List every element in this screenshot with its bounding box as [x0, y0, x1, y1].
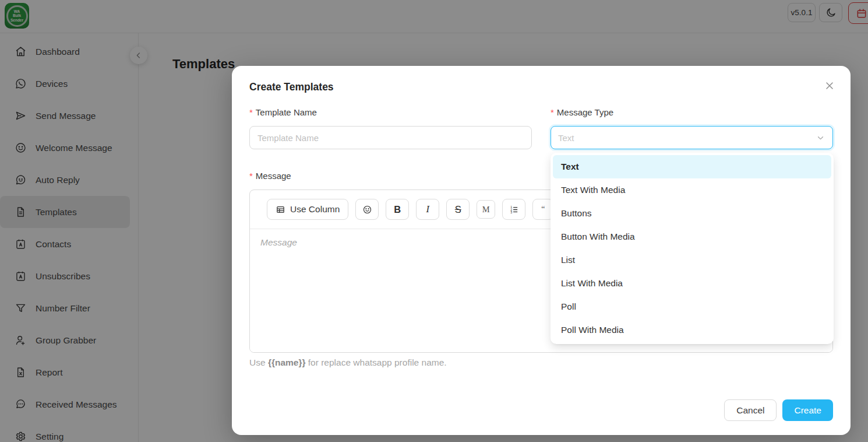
italic-button[interactable]: I [416, 199, 439, 220]
dropdown-option[interactable]: Buttons [553, 202, 831, 225]
bold-button[interactable]: B [386, 199, 409, 220]
dropdown-option-label: List [561, 255, 575, 265]
dropdown-option[interactable]: Poll [553, 295, 831, 318]
modal-close-button[interactable] [824, 80, 835, 92]
dropdown-option[interactable]: List [553, 248, 831, 272]
helper-token: {{name}} [268, 357, 306, 367]
template-name-field: * Template Name [249, 107, 532, 149]
message-type-field: * Message Type Text [551, 107, 833, 149]
select-placeholder: Text [558, 133, 574, 143]
strikethrough-button[interactable]: S [446, 199, 470, 220]
dropdown-option-label: Text With Media [561, 185, 625, 195]
monospace-button[interactable]: M [477, 200, 495, 219]
message-type-label: * Message Type [551, 107, 833, 118]
modal-form-row: * Template Name * Message Type Text [249, 107, 833, 149]
dropdown-option[interactable]: Text With Media [553, 178, 831, 202]
template-name-input[interactable] [249, 126, 532, 149]
modal-title: Create Templates [249, 81, 334, 93]
dropdown-option[interactable]: Poll With Media [553, 318, 831, 342]
helper-text: Use {{name}} for replace whatsapp profil… [249, 357, 447, 368]
create-button[interactable]: Create [782, 399, 833, 421]
dropdown-option-label: Poll [561, 301, 576, 312]
message-type-select[interactable]: Text [551, 126, 833, 149]
required-asterisk: * [249, 170, 253, 182]
dropdown-option[interactable]: Button With Media [553, 225, 831, 248]
dropdown-option[interactable]: Text [553, 155, 831, 178]
ordered-list-icon: 123 [509, 205, 519, 215]
dropdown-option-label: Button With Media [561, 231, 635, 242]
table-icon [276, 205, 285, 215]
svg-text:3: 3 [510, 210, 512, 213]
dropdown-option-label: List With Media [561, 278, 623, 289]
emoji-button[interactable] [355, 199, 379, 220]
template-name-label: * Template Name [249, 107, 532, 118]
emoji-icon [362, 205, 372, 215]
chevron-down-icon [816, 133, 825, 143]
dropdown-option-label: Poll With Media [561, 325, 624, 335]
message-type-dropdown: Text Text With Media Buttons Button With… [551, 153, 834, 344]
required-asterisk: * [551, 107, 554, 118]
required-asterisk: * [249, 107, 253, 118]
ordered-list-button[interactable]: 123 [502, 199, 525, 220]
dropdown-option-label: Buttons [561, 208, 592, 219]
use-column-button[interactable]: Use Column [267, 199, 348, 220]
dropdown-option[interactable]: List With Media [553, 272, 831, 295]
cancel-button[interactable]: Cancel [724, 399, 777, 421]
close-icon [824, 80, 835, 92]
dropdown-option-label: Text [561, 162, 579, 172]
modal-footer: Cancel Create [724, 399, 833, 421]
